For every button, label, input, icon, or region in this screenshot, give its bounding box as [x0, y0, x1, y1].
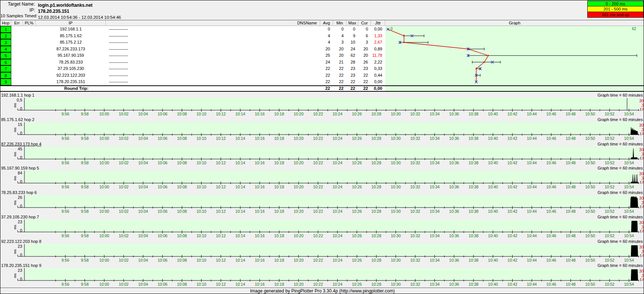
strip-hop-label[interactable]: 95.167.90.159 hop 5 [1, 166, 39, 170]
round-trip-row: Round Trip: 22 22 22 22 0,00 [0, 86, 385, 91]
cell-dns: -------------- [106, 46, 320, 53]
strip-hop-label[interactable]: 85.175.1.62 hop 2 [1, 117, 35, 122]
svg-text:10:50: 10:50 [585, 233, 595, 238]
cell-err [11, 33, 23, 39]
table-header-row: HopErrPL%IPDNSNameAvgMinMaxCurJttrGraph [0, 20, 644, 26]
cell-ip: 95.167.90.159 [36, 52, 106, 59]
cell-ip: 92.223.122.203 [36, 72, 106, 79]
svg-text:10:30: 10:30 [391, 161, 401, 165]
svg-text:10:22: 10:22 [313, 258, 323, 262]
svg-text:10:28: 10:28 [371, 209, 381, 214]
svg-text:10:50: 10:50 [585, 161, 595, 165]
svg-text:PL%: PL% [641, 152, 644, 159]
svg-text:10:50: 10:50 [585, 209, 595, 214]
svg-text:0: 0 [20, 106, 22, 111]
svg-text:10:32: 10:32 [410, 161, 420, 165]
svg-text:ms: ms [13, 103, 17, 108]
svg-text:ms: ms [13, 127, 17, 132]
svg-text:10:42: 10:42 [507, 112, 517, 116]
timeline-plot: 230ms30PL%9:569:5810:0010:0210:0410:0610… [0, 268, 644, 287]
svg-text:10:00: 10:00 [99, 209, 109, 214]
cell-min: 21 [333, 59, 347, 66]
svg-text:10:42: 10:42 [507, 161, 517, 165]
svg-text:10:32: 10:32 [410, 282, 420, 286]
strip-hop-label[interactable]: 78.25.83.233 hop 6 [1, 190, 37, 195]
svg-text:10:16: 10:16 [255, 136, 264, 141]
svg-text:10:22: 10:22 [313, 209, 323, 214]
column-header-ip[interactable]: IP [36, 20, 106, 26]
svg-text:10:14: 10:14 [235, 112, 245, 116]
graph-time-label: Graph time = 60 minutes [597, 190, 643, 195]
svg-text:10:12: 10:12 [216, 136, 226, 141]
column-header-max[interactable]: Max [347, 20, 358, 26]
svg-text:0: 0 [20, 253, 22, 257]
svg-text:10:20: 10:20 [294, 209, 303, 214]
svg-text:30: 30 [639, 171, 644, 176]
ip-line: IP:178.20.235.151 [0, 8, 69, 14]
strip-hop-label[interactable]: 87.226.233.173 hop 4 [1, 142, 41, 146]
svg-text:10:12: 10:12 [216, 233, 226, 238]
svg-text:10:02: 10:02 [119, 185, 128, 189]
column-header-cur[interactable]: Cur [358, 20, 371, 26]
column-header-min[interactable]: Min [333, 20, 347, 26]
round-trip-label: Round Trip: [0, 86, 320, 91]
svg-text:0: 0 [20, 131, 22, 135]
svg-text:10:32: 10:32 [410, 185, 420, 189]
column-header-err[interactable]: Err [11, 20, 23, 26]
samples-value: 12.03.2014 10:54:36 - 12.03.2014 10:54:4… [38, 15, 121, 20]
svg-text:10:26: 10:26 [352, 185, 362, 189]
svg-text:10:36: 10:36 [449, 282, 459, 286]
timeline-strip: 95.167.90.159 hop 5Graph time = 60 minut… [0, 166, 644, 190]
cell-avg: 0 [320, 26, 333, 33]
column-header-avg[interactable]: Avg [320, 20, 333, 26]
strip-label-row: 85.175.1.62 hop 2Graph time = 60 minutes [0, 117, 644, 122]
svg-text:10:00: 10:00 [99, 258, 109, 262]
svg-text:10:00: 10:00 [99, 282, 109, 286]
svg-text:10:22: 10:22 [313, 161, 323, 165]
svg-text:10:34: 10:34 [430, 233, 439, 238]
strip-hop-label[interactable]: 192.168.1.1 hop 1 [1, 93, 35, 97]
cell-dns: -------------- [106, 52, 320, 59]
svg-text:10:26: 10:26 [352, 282, 362, 286]
column-header-pl[interactable]: PL% [23, 20, 36, 26]
strip-label-row: 178.20.235.151 hop 9Graph time = 60 minu… [0, 263, 644, 268]
svg-text:10:08: 10:08 [177, 112, 187, 116]
svg-text:10:46: 10:46 [546, 233, 556, 238]
svg-text:10:10: 10:10 [196, 258, 206, 262]
svg-text:10:00: 10:00 [99, 233, 109, 238]
column-header-hop[interactable]: Hop [0, 20, 11, 26]
strip-hop-label[interactable]: 37.29.105.230 hop 7 [1, 215, 39, 219]
svg-text:PL%: PL% [641, 201, 644, 208]
svg-text:10:36: 10:36 [449, 233, 459, 238]
svg-text:10:42: 10:42 [507, 209, 517, 214]
svg-text:10:18: 10:18 [274, 161, 284, 165]
strip-hop-label[interactable]: 178.20.235.151 hop 9 [1, 263, 41, 268]
svg-text:10:54: 10:54 [624, 282, 634, 286]
svg-text:10:18: 10:18 [274, 112, 284, 116]
svg-text:10:08: 10:08 [177, 161, 187, 165]
svg-text:10:28: 10:28 [371, 282, 381, 286]
cell-cur: 20 [358, 46, 371, 53]
svg-text:10:40: 10:40 [488, 209, 498, 214]
column-header-graph[interactable]: Graph [385, 20, 644, 26]
svg-text:10:22: 10:22 [313, 233, 323, 238]
svg-text:10:02: 10:02 [119, 233, 128, 238]
cell-max: 62 [347, 52, 358, 59]
svg-text:10:30: 10:30 [391, 233, 401, 238]
cell-pl [23, 59, 36, 66]
strip-hop-label[interactable]: 92.223.122.203 hop 8 [1, 239, 41, 244]
cell-max: 28 [347, 59, 358, 66]
svg-text:10:18: 10:18 [274, 258, 284, 262]
svg-text:10:34: 10:34 [430, 161, 439, 165]
strip-label-row: 37.29.105.230 hop 7Graph time = 60 minut… [0, 215, 644, 220]
cell-cur: 22 [358, 72, 371, 79]
svg-text:10:06: 10:06 [158, 209, 167, 214]
cell-err [11, 39, 23, 46]
column-header-dns[interactable]: DNSName [106, 20, 320, 26]
column-header-jttr[interactable]: Jttr [371, 20, 385, 26]
svg-text:10:12: 10:12 [216, 282, 226, 286]
cell-jttr: 2,22 [371, 59, 385, 66]
svg-text:10:42: 10:42 [507, 233, 517, 238]
svg-text:10:52: 10:52 [605, 112, 614, 116]
samples-line: 10 Samples Timed:12.03.2014 10:54:36 - 1… [0, 14, 121, 20]
